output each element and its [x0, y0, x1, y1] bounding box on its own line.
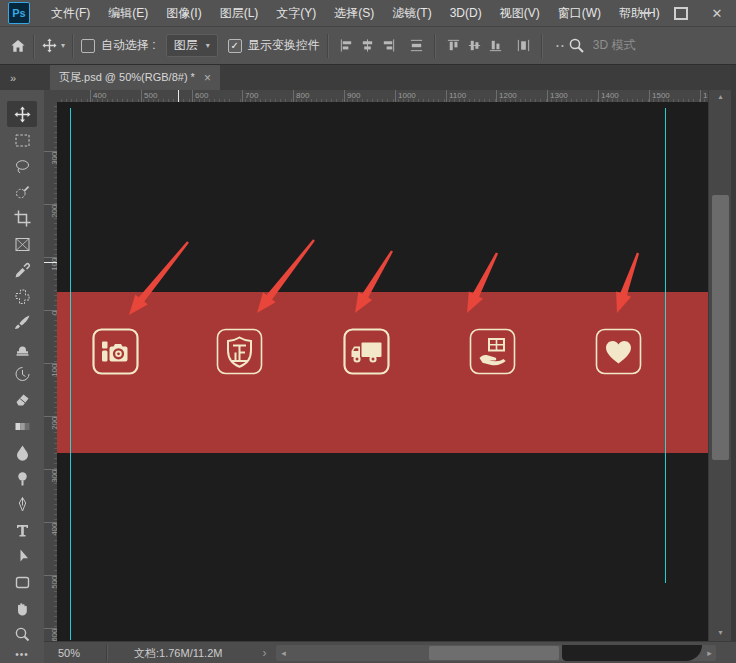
panel-edge-strip — [731, 65, 736, 663]
frame-tool[interactable] — [7, 231, 37, 257]
clone-stamp-tool[interactable] — [7, 335, 37, 361]
menubar-item[interactable]: 3D(D) — [441, 0, 491, 26]
lasso-tool[interactable] — [7, 153, 37, 179]
auto-select-checkbox[interactable] — [81, 39, 95, 53]
eraser-tool[interactable] — [7, 387, 37, 413]
zoom-tool[interactable] — [7, 621, 37, 647]
separator — [434, 34, 436, 58]
menubar-item[interactable]: 图层(L) — [211, 0, 268, 26]
document-tab-title: 页尾.psd @ 50%(RGB/8#) * — [59, 70, 195, 85]
scroll-up-icon[interactable]: ▴ — [709, 90, 732, 103]
heart-icon — [595, 328, 642, 375]
minimize-icon — [640, 12, 651, 14]
hand-box-icon — [469, 328, 516, 375]
align-horizontal-centers-icon[interactable] — [360, 38, 375, 53]
more-options-icon[interactable]: ·· — [556, 39, 566, 53]
chevron-down-icon[interactable]: ▾ — [61, 41, 65, 50]
eyedropper-tool[interactable] — [7, 257, 37, 283]
photoshop-logo-icon: Ps — [8, 2, 30, 24]
align-bottom-edges-icon[interactable] — [488, 38, 503, 53]
horizontal-scrollbar[interactable]: ◂ ▸ — [276, 645, 716, 661]
align-vertical-centers-icon[interactable] — [467, 38, 482, 53]
separator — [327, 34, 329, 58]
pen-tool[interactable] — [7, 491, 37, 517]
menubar-item[interactable]: 窗口(W) — [549, 0, 610, 26]
menubar-item[interactable]: 文字(Y) — [267, 0, 325, 26]
document-canvas[interactable] — [57, 102, 708, 641]
guide-line — [665, 108, 666, 583]
ruler-cursor-marker — [44, 262, 57, 263]
quick-selection-tool[interactable] — [7, 179, 37, 205]
move-tool-options-icon[interactable] — [42, 38, 57, 53]
close-button[interactable]: ✕ — [706, 4, 728, 22]
crop-tool[interactable] — [7, 205, 37, 231]
gradient-tool[interactable] — [7, 413, 37, 439]
photoshop-window: Ps 文件(F)编辑(E)图像(I)图层(L)文字(Y)选择(S)滤镜(T)3D… — [0, 0, 736, 663]
menubar-item[interactable]: 图像(I) — [157, 0, 210, 26]
tools-panel: ••• — [0, 90, 45, 663]
maximize-icon — [674, 7, 688, 20]
toolbar-more-icon[interactable]: ••• — [0, 649, 44, 660]
double-chevron-icon[interactable]: » — [0, 65, 26, 90]
separator — [72, 34, 74, 58]
vertical-scrollbar[interactable]: ▴ ▾ — [708, 90, 732, 641]
genuine-shield-icon — [216, 328, 263, 375]
marquee-tool[interactable] — [7, 127, 37, 153]
document-tab[interactable]: 页尾.psd @ 50%(RGB/8#) * × — [50, 65, 220, 90]
scroll-down-icon[interactable]: ▾ — [709, 626, 732, 639]
home-icon[interactable] — [10, 38, 26, 54]
horizontal-scrollbar-thumb[interactable] — [429, 646, 559, 660]
rectangle-tool[interactable] — [7, 569, 37, 595]
vertical-ruler[interactable]: 3002001000100200300400500600 — [44, 102, 58, 641]
menu-items: 文件(F)编辑(E)图像(I)图层(L)文字(Y)选择(S)滤镜(T)3D(D)… — [42, 0, 669, 26]
camera-icon — [92, 328, 139, 375]
truck-icon — [343, 328, 390, 375]
menubar-item[interactable]: 选择(S) — [325, 0, 383, 26]
auto-select-label: 自动选择 : — [101, 37, 156, 54]
window-controls: ✕ — [634, 0, 728, 26]
dodge-tool[interactable] — [7, 465, 37, 491]
tool-options-bar: ▾ 自动选择 : 图层 ▾ ✓ 显示变换控件 — [0, 27, 736, 65]
align-top-edges-icon[interactable] — [446, 38, 461, 53]
align-left-edges-icon[interactable] — [339, 38, 354, 53]
tab-close-icon[interactable]: × — [204, 71, 211, 85]
check-icon: ✓ — [231, 40, 239, 51]
status-bar: 50% 文档:1.76M/11.2M › ◂ ▸ — [44, 641, 736, 663]
patch-tool[interactable] — [7, 283, 37, 309]
brush-tool[interactable] — [7, 309, 37, 335]
type-tool[interactable] — [7, 517, 37, 543]
3d-mode-label: 3D 模式 — [593, 37, 636, 54]
move-tool[interactable] — [7, 101, 37, 127]
close-icon: ✕ — [712, 7, 723, 20]
distribute-vertical-icon[interactable] — [516, 38, 531, 53]
scroll-right-icon[interactable]: ▸ — [702, 645, 716, 661]
maximize-button[interactable] — [670, 4, 692, 22]
vertical-scrollbar-thumb[interactable] — [712, 195, 729, 460]
blur-tool[interactable] — [7, 439, 37, 465]
guide-line — [70, 108, 71, 640]
scroll-left-icon[interactable]: ◂ — [276, 645, 290, 661]
auto-select-target-dropdown[interactable]: 图层 ▾ — [166, 34, 218, 57]
document-size-info: 文档:1.76M/11.2M — [134, 646, 222, 661]
history-brush-tool[interactable] — [7, 361, 37, 387]
document-tab-bar: » 页尾.psd @ 50%(RGB/8#) * × — [0, 65, 736, 90]
ruler-cursor-marker — [178, 90, 179, 102]
separator — [106, 645, 108, 661]
menubar-item[interactable]: 视图(V) — [491, 0, 549, 26]
status-chevron-icon[interactable]: › — [262, 646, 266, 660]
zoom-level-field[interactable]: 50% — [44, 647, 106, 659]
distribute-horizontal-icon[interactable] — [409, 38, 424, 53]
show-transform-checkbox[interactable]: ✓ — [228, 39, 242, 53]
separator — [33, 34, 35, 58]
auto-select-target-value: 图层 — [174, 37, 198, 54]
menubar-item[interactable]: 文件(F) — [42, 0, 99, 26]
menubar-item[interactable]: 编辑(E) — [99, 0, 157, 26]
minimize-button[interactable] — [634, 4, 656, 22]
search-icon[interactable] — [568, 37, 585, 54]
separator — [541, 34, 543, 58]
menubar-item[interactable]: 滤镜(T) — [383, 0, 440, 26]
canvas-overlap-shape — [562, 645, 702, 661]
path-selection-tool[interactable] — [7, 543, 37, 569]
align-right-edges-icon[interactable] — [381, 38, 396, 53]
hand-tool[interactable] — [7, 595, 37, 621]
